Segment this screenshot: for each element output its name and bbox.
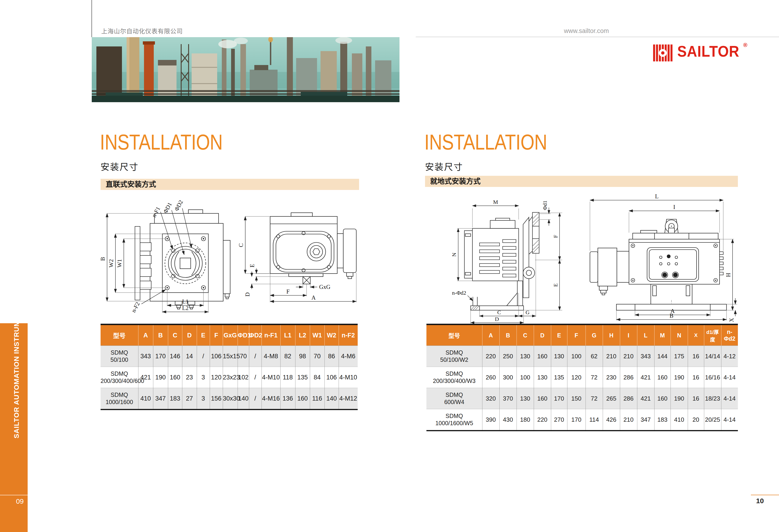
dim-label-GxG: GxG	[319, 284, 331, 290]
table-cell: 118	[280, 367, 295, 388]
table-cell: 190	[670, 367, 688, 388]
left-band-label: 直联式安装方式	[101, 179, 359, 190]
model-cell: SDMQ600/W4	[426, 388, 482, 409]
table-cell: 14/14	[704, 346, 721, 367]
table-cell: 370	[499, 388, 517, 409]
page-number-left: 09	[0, 497, 24, 505]
table-cell: 23x23	[223, 367, 238, 388]
column-header: C	[517, 324, 534, 346]
dim-label-D: D	[244, 292, 251, 297]
table-cell: 260	[482, 367, 499, 388]
column-header: L1	[280, 324, 295, 346]
column-header: D	[534, 324, 551, 346]
table-cell: 210	[620, 346, 637, 367]
left-drawing-top-view: B W2 W1 L1 L2 n-F1 ΦD1 ΦD2 n-F2	[101, 199, 231, 315]
table-cell: 270	[551, 409, 567, 431]
table-cell: 175	[670, 346, 688, 367]
right-drawing-front-view: L I H X A B	[585, 193, 738, 323]
table-cell: 4-M16	[261, 388, 280, 410]
table-row: SDMQ600/W4 320 370 130 160 170 150 72 26…	[426, 388, 738, 409]
table-cell: 160	[168, 367, 182, 388]
table-cell: 430	[499, 409, 517, 431]
dim-label-H: H	[725, 273, 731, 277]
left-section-title: INSTALLATION	[100, 131, 223, 153]
table-cell: 135	[551, 367, 567, 388]
table-cell: 15x15	[223, 346, 238, 367]
table-cell: 100	[517, 367, 534, 388]
column-header: n-F1	[261, 324, 280, 346]
sidebar-divider	[0, 495, 27, 495]
dim-label-L2: L2	[182, 305, 189, 311]
header-vertical-rule	[92, 0, 92, 37]
table-cell: 116	[310, 388, 324, 410]
column-header: 型号	[426, 324, 482, 346]
model-cell: SDMQ50/100	[101, 346, 138, 367]
table-cell: 130	[534, 367, 551, 388]
table-cell: 130	[517, 346, 534, 367]
table-cell: 347	[637, 409, 654, 431]
left-table-header-row: 型号ABCDEFGxGΦD1ΦD2n-F1L1L2W1W2n-F2	[101, 324, 358, 346]
table-cell: 102	[238, 367, 249, 388]
column-header: ΦD1	[238, 324, 249, 346]
dim-label-phiD1: ΦD1	[162, 201, 173, 214]
table-cell: 4-14	[721, 367, 738, 388]
right-band: 就地式安装方式	[425, 176, 738, 187]
table-cell: 300	[499, 367, 517, 388]
column-header: ΦD2	[249, 324, 261, 346]
table-cell: 4-14	[721, 409, 738, 431]
table-cell: 230	[603, 367, 620, 388]
table-cell: 421	[637, 367, 654, 388]
table-cell: 98	[295, 346, 310, 367]
table-cell: 286	[620, 388, 637, 409]
table-cell: 347	[153, 388, 168, 410]
page-number-right: 10	[751, 497, 769, 505]
sidebar-vertical-text: SAILTOR AUTOMATION INSTRUMENT	[12, 327, 20, 438]
table-cell: 4-12	[721, 346, 738, 367]
table-cell: 140	[238, 388, 249, 410]
dim-label-phid1: Φd1	[542, 200, 548, 210]
table-cell: 114	[586, 409, 603, 431]
table-cell: 16	[688, 388, 704, 409]
table-cell: 160	[654, 388, 670, 409]
registered-mark: ®	[743, 42, 747, 48]
table-cell: 426	[603, 409, 620, 431]
table-row: SDMQ50/100 343 170 146 14 / 106 15x15 70…	[101, 346, 358, 367]
right-drawing-bracket-view: M N Φd1 F E n-Φd2 C G D	[439, 195, 573, 325]
table-cell: 4-M12	[339, 388, 358, 410]
table-cell: 343	[138, 346, 153, 367]
table-cell: 160	[654, 367, 670, 388]
table-cell: 16	[688, 367, 704, 388]
right-table-header-row: 型号ABCDEFGHILMNXd1/厚度n-Φd2	[426, 324, 738, 346]
table-cell: 3	[197, 388, 210, 410]
column-header: F	[567, 324, 586, 346]
table-cell: 170	[551, 388, 567, 409]
table-cell: 84	[310, 367, 324, 388]
table-cell: 156	[210, 388, 223, 410]
table-row: SDMQ50/100/W2 220 250 130 160 130 100 62…	[426, 346, 738, 367]
table-row: SDMQ1000/1600 410 347 183 27 3 156 30x30…	[101, 388, 358, 410]
company-name: 上海山尔自动化仪表有限公司	[101, 26, 183, 35]
table-cell: 410	[138, 388, 153, 410]
sailtor-logo-icon	[653, 44, 674, 62]
table-cell: 82	[280, 346, 295, 367]
column-header: F	[210, 324, 223, 346]
table-cell: 135	[295, 367, 310, 388]
table-cell: 220	[534, 409, 551, 431]
table-cell: 106	[324, 367, 339, 388]
table-cell: 20/25	[704, 409, 721, 431]
table-cell: 170	[567, 409, 586, 431]
column-header: C	[168, 324, 182, 346]
table-cell: 146	[168, 346, 182, 367]
dim-label-B: B	[101, 257, 106, 261]
table-cell: /	[249, 367, 261, 388]
dim-label-nF2: n-F2	[130, 301, 141, 313]
table-cell: 343	[637, 346, 654, 367]
column-header: X	[688, 324, 704, 346]
column-header: I	[620, 324, 637, 346]
header-rule	[416, 37, 779, 37]
table-cell: 130	[551, 346, 567, 367]
model-cell: SDMQ200/300/400/W3	[426, 367, 482, 388]
dim-label-B: B	[670, 312, 673, 319]
dim-label-D: D	[495, 316, 499, 322]
table-cell: 4-14	[721, 388, 738, 409]
